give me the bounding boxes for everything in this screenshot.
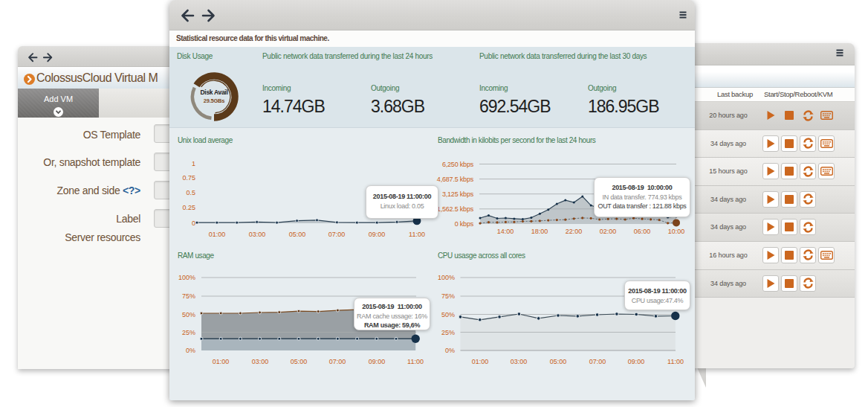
svg-text:1,562.5 kbps: 1,562.5 kbps	[437, 205, 474, 213]
svg-text:06:00: 06:00	[634, 228, 651, 235]
svg-text:100%: 100%	[438, 274, 455, 281]
svg-text:03:00: 03:00	[511, 358, 528, 365]
svg-text:0.75: 0.75	[182, 174, 195, 182]
svg-text:14:00: 14:00	[497, 228, 514, 235]
svg-text:6,250 kbps: 6,250 kbps	[442, 161, 474, 168]
svg-text:05:00: 05:00	[291, 358, 308, 365]
svg-text:Disk Avail: Disk Avail	[200, 89, 227, 96]
svg-text:RAM usage: RAM usage	[178, 251, 214, 260]
svg-text:09:00: 09:00	[369, 358, 386, 365]
svg-text:01:00: 01:00	[209, 231, 226, 238]
svg-text:02:00: 02:00	[600, 228, 617, 235]
svg-text:09:00: 09:00	[628, 358, 645, 365]
svg-text:100%: 100%	[178, 274, 195, 281]
svg-text:09:00: 09:00	[369, 231, 386, 238]
svg-text:03:00: 03:00	[252, 358, 269, 365]
svg-text:75%: 75%	[182, 292, 195, 300]
svg-text:07:00: 07:00	[329, 358, 346, 365]
svg-text:Bandwidth in kilobits per seco: Bandwidth in kilobits per second for the…	[438, 136, 596, 144]
svg-text:22:00: 22:00	[566, 228, 583, 235]
svg-text:75%: 75%	[441, 292, 455, 300]
svg-text:0%: 0%	[445, 347, 455, 354]
svg-text:07:00: 07:00	[589, 358, 606, 365]
svg-text:01:00: 01:00	[213, 358, 230, 365]
svg-text:3,125 kbps: 3,125 kbps	[442, 190, 474, 198]
svg-text:11:00: 11:00	[409, 231, 425, 238]
svg-text:1: 1	[192, 160, 195, 167]
svg-text:0.5: 0.5	[186, 189, 195, 196]
svg-text:11:00: 11:00	[407, 358, 424, 365]
svg-text:10:00: 10:00	[668, 228, 685, 235]
svg-text:25%: 25%	[441, 329, 455, 336]
svg-text:29.5GBs: 29.5GBs	[204, 97, 225, 104]
svg-text:01:00: 01:00	[472, 358, 489, 365]
svg-text:18:00: 18:00	[531, 228, 548, 235]
svg-text:0 kbps: 0 kbps	[455, 220, 474, 228]
svg-text:25%: 25%	[182, 329, 195, 336]
svg-text:0%: 0%	[186, 347, 195, 354]
svg-text:50%: 50%	[441, 311, 455, 318]
svg-text:05:00: 05:00	[289, 231, 306, 238]
svg-text:05:00: 05:00	[550, 358, 567, 365]
svg-text:07:00: 07:00	[328, 231, 346, 238]
svg-text:0: 0	[192, 219, 195, 227]
svg-text:CPU usasge across all cores: CPU usasge across all cores	[438, 251, 525, 260]
svg-text:03:00: 03:00	[249, 231, 266, 238]
svg-text:4,687.5 kbps: 4,687.5 kbps	[437, 176, 474, 183]
svg-text:50%: 50%	[182, 311, 195, 318]
svg-text:0.25: 0.25	[182, 204, 195, 211]
svg-text:Unix load average: Unix load average	[178, 136, 233, 144]
svg-text:11:00: 11:00	[667, 358, 684, 365]
